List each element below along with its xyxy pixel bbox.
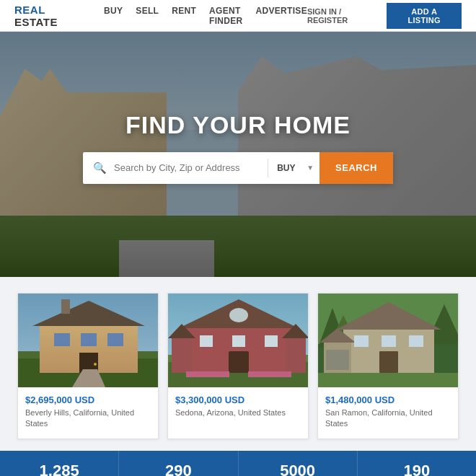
stat-price-reduced: 190 Price Reduced xyxy=(358,451,476,476)
nav-right: SIGN IN / REGISTER ADD A LISTING xyxy=(307,3,462,29)
nav-rent[interactable]: RENT xyxy=(172,6,196,26)
svg-rect-27 xyxy=(248,371,291,377)
svg-rect-40 xyxy=(409,335,423,347)
nav-sell[interactable]: SELL xyxy=(136,6,159,26)
stat-homes-for-sale: 1,285 Homes For Sale xyxy=(0,451,119,476)
house-svg-3 xyxy=(318,294,458,387)
search-button[interactable]: SEARCH xyxy=(319,152,393,184)
search-input[interactable] xyxy=(114,162,265,173)
listing-card[interactable]: $3,300,000 USD Sedona, Arizona, United S… xyxy=(167,293,309,439)
svg-rect-41 xyxy=(379,351,398,373)
stat-number-reduced: 190 xyxy=(404,462,431,476)
house-svg-1 xyxy=(18,294,158,387)
listing-location-1: Beverly Hills, California, United States xyxy=(25,407,151,430)
stat-open-houses: 290 Open Houses xyxy=(119,451,238,476)
listing-info-3: $1,480,000 USD San Ramon, California, Un… xyxy=(318,387,458,438)
svg-rect-11 xyxy=(61,299,70,314)
search-bar: 🔍 BUY RENT SELL ▼ SEARCH xyxy=(83,152,393,184)
hero-section: FIND YOUR HOME 🔍 BUY RENT SELL ▼ SEARCH xyxy=(0,32,476,277)
svg-rect-5 xyxy=(54,333,70,346)
nav-advertise[interactable]: ADVERTISE xyxy=(256,6,307,26)
property-type-select[interactable]: BUY RENT SELL xyxy=(277,163,311,173)
svg-rect-17 xyxy=(172,338,192,373)
listing-image-1 xyxy=(18,294,158,387)
buy-select-wrap: BUY RENT SELL ▼ xyxy=(271,163,319,173)
svg-point-9 xyxy=(94,363,97,366)
listing-location-3: San Ramon, California, United States xyxy=(325,407,451,430)
nav-links: BUY SELL RENT AGENT FINDER ADVERTISE xyxy=(104,6,307,26)
listing-price-3: $1,480,000 USD xyxy=(325,395,451,405)
navbar: REAL ESTATE BUY SELL RENT AGENT FINDER A… xyxy=(0,0,476,32)
svg-rect-42 xyxy=(318,373,458,387)
brand-name: REAL ESTATE xyxy=(14,4,58,28)
stats-bar: 1,285 Homes For Sale 290 Open Houses 500… xyxy=(0,451,476,476)
svg-rect-24 xyxy=(229,308,248,322)
svg-rect-23 xyxy=(265,335,278,347)
stat-recently-sold: 5000 Recently Sold xyxy=(239,451,358,476)
svg-rect-7 xyxy=(107,333,123,346)
listing-info-2: $3,300,000 USD Sedona, Arizona, United S… xyxy=(168,387,308,427)
listing-price-1: $2,695,000 USD xyxy=(25,395,151,405)
listing-location-2: Sedona, Arizona, United States xyxy=(175,407,301,418)
svg-rect-37 xyxy=(326,350,349,370)
hero-title: FIND YOUR HOME xyxy=(125,111,351,139)
stat-number-sold: 5000 xyxy=(280,462,315,476)
brand-logo: REAL ESTATE xyxy=(14,4,88,28)
svg-rect-21 xyxy=(200,335,213,347)
search-icon: 🔍 xyxy=(83,162,114,175)
listing-price-2: $3,300,000 USD xyxy=(175,395,301,405)
search-divider xyxy=(268,159,268,177)
add-listing-button[interactable]: ADD A LISTING xyxy=(387,3,462,29)
svg-rect-22 xyxy=(232,335,245,347)
listing-card[interactable]: $2,695,000 USD Beverly Hills, California… xyxy=(17,293,159,439)
hero-content: FIND YOUR HOME 🔍 BUY RENT SELL ▼ SEARCH xyxy=(83,111,393,184)
stat-number-homes: 1,285 xyxy=(40,462,79,476)
svg-rect-25 xyxy=(229,351,249,373)
svg-rect-38 xyxy=(354,335,369,347)
svg-rect-18 xyxy=(286,338,306,373)
svg-rect-6 xyxy=(81,333,97,346)
sign-in-link[interactable]: SIGN IN / REGISTER xyxy=(307,7,379,25)
listing-info-1: $2,695,000 USD Beverly Hills, California… xyxy=(18,387,158,438)
listing-card[interactable]: $1,480,000 USD San Ramon, California, Un… xyxy=(317,293,459,439)
listing-image-2 xyxy=(168,294,308,387)
svg-rect-39 xyxy=(382,335,396,347)
listing-image-3 xyxy=(318,294,458,387)
stat-number-open: 290 xyxy=(165,462,192,476)
listings-section: $2,695,000 USD Beverly Hills, California… xyxy=(0,277,476,451)
svg-rect-26 xyxy=(186,371,229,377)
house-svg-2 xyxy=(168,294,308,387)
nav-buy[interactable]: BUY xyxy=(104,6,123,26)
listings-grid: $2,695,000 USD Beverly Hills, California… xyxy=(13,293,463,439)
nav-agent-finder[interactable]: AGENT FINDER xyxy=(209,6,242,26)
